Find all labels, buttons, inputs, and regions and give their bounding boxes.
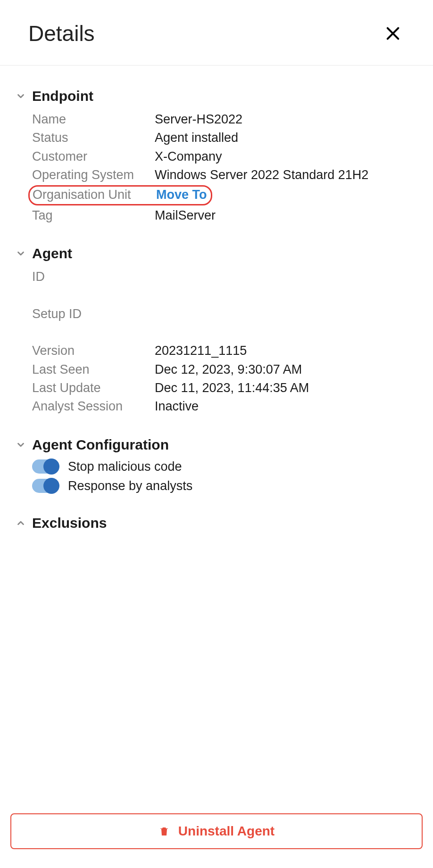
chevron-up-icon bbox=[15, 518, 26, 528]
row-agent-analyst-session: Analyst Session Inactive bbox=[32, 398, 405, 415]
toggle-row-response-analysts: Response by analysts bbox=[32, 479, 405, 493]
chevron-down-icon bbox=[15, 248, 26, 259]
row-endpoint-status: Status Agent installed bbox=[32, 129, 405, 146]
chevron-down-icon bbox=[15, 91, 26, 101]
trash-icon bbox=[158, 825, 170, 837]
panel-title: Details bbox=[28, 21, 95, 46]
section-header-agent[interactable]: Agent bbox=[15, 246, 405, 262]
row-endpoint-org-unit-highlighted: Organisation Unit Move To bbox=[28, 185, 212, 205]
row-agent-version: Version 20231211_1115 bbox=[32, 342, 405, 359]
value-endpoint-customer: X-Company bbox=[155, 148, 405, 165]
section-title-agent: Agent bbox=[32, 246, 72, 262]
section-title-exclusions: Exclusions bbox=[32, 515, 107, 531]
value-agent-version: 20231211_1115 bbox=[155, 342, 405, 359]
section-agent-config: Agent Configuration Stop malicious code … bbox=[15, 437, 405, 493]
label-endpoint-customer: Customer bbox=[32, 148, 155, 165]
section-title-endpoint: Endpoint bbox=[32, 88, 93, 104]
row-spacer bbox=[32, 324, 405, 341]
close-icon bbox=[385, 25, 401, 41]
panel-footer: Uninstall Agent bbox=[0, 807, 433, 868]
row-endpoint-name: Name Server-HS2022 bbox=[32, 111, 405, 128]
chevron-down-icon bbox=[15, 440, 26, 450]
label-agent-version: Version bbox=[32, 342, 155, 359]
agent-config-toggles: Stop malicious code Response by analysts bbox=[15, 459, 405, 493]
label-agent-id: ID bbox=[32, 268, 155, 285]
section-header-exclusions[interactable]: Exclusions bbox=[15, 515, 405, 531]
toggle-stop-malicious[interactable] bbox=[32, 459, 58, 474]
value-agent-last-update: Dec 11, 2023, 11:44:35 AM bbox=[155, 379, 405, 396]
row-endpoint-customer: Customer X-Company bbox=[32, 148, 405, 165]
section-title-agent-config: Agent Configuration bbox=[32, 437, 169, 453]
value-endpoint-os: Windows Server 2022 Standard 21H2 bbox=[155, 166, 405, 183]
value-endpoint-name: Server-HS2022 bbox=[155, 111, 405, 128]
row-endpoint-tag: Tag MailServer bbox=[32, 207, 405, 224]
value-agent-last-seen: Dec 12, 2023, 9:30:07 AM bbox=[155, 361, 405, 378]
row-spacer bbox=[32, 287, 405, 304]
uninstall-agent-label: Uninstall Agent bbox=[178, 824, 275, 839]
row-agent-setup-id: Setup ID bbox=[32, 305, 405, 322]
row-agent-last-seen: Last Seen Dec 12, 2023, 9:30:07 AM bbox=[32, 361, 405, 378]
section-header-agent-config[interactable]: Agent Configuration bbox=[15, 437, 405, 453]
endpoint-rows: Name Server-HS2022 Status Agent installe… bbox=[15, 111, 405, 224]
panel-header: Details bbox=[0, 0, 433, 66]
label-endpoint-org-unit: Organisation Unit bbox=[33, 188, 156, 202]
row-agent-last-update: Last Update Dec 11, 2023, 11:44:35 AM bbox=[32, 379, 405, 396]
value-endpoint-tag: MailServer bbox=[155, 207, 405, 224]
label-endpoint-os: Operating System bbox=[32, 166, 155, 183]
panel-content: Endpoint Name Server-HS2022 Status Agent… bbox=[0, 66, 433, 807]
row-agent-id: ID bbox=[32, 268, 405, 285]
label-agent-analyst-session: Analyst Session bbox=[32, 398, 155, 415]
close-button[interactable] bbox=[381, 22, 405, 45]
label-endpoint-name: Name bbox=[32, 111, 155, 128]
label-endpoint-tag: Tag bbox=[32, 207, 155, 224]
value-agent-id bbox=[155, 268, 405, 285]
label-agent-last-update: Last Update bbox=[32, 379, 155, 396]
section-exclusions: Exclusions bbox=[15, 515, 405, 531]
details-panel: Details Endpoint Name Server-HS2022 bbox=[0, 0, 433, 868]
agent-rows: ID Setup ID Version 20231211_1115 Last S… bbox=[15, 268, 405, 415]
label-stop-malicious: Stop malicious code bbox=[68, 459, 182, 474]
uninstall-agent-button[interactable]: Uninstall Agent bbox=[10, 813, 423, 849]
value-endpoint-status: Agent installed bbox=[155, 129, 405, 146]
toggle-response-analysts[interactable] bbox=[32, 479, 58, 493]
toggle-row-stop-malicious: Stop malicious code bbox=[32, 459, 405, 474]
section-endpoint: Endpoint Name Server-HS2022 Status Agent… bbox=[15, 88, 405, 224]
link-move-to[interactable]: Move To bbox=[156, 188, 207, 202]
label-endpoint-status: Status bbox=[32, 129, 155, 146]
value-agent-setup-id bbox=[155, 305, 405, 322]
section-agent: Agent ID Setup ID Version 20231211_1115 bbox=[15, 246, 405, 415]
section-header-endpoint[interactable]: Endpoint bbox=[15, 88, 405, 104]
label-agent-last-seen: Last Seen bbox=[32, 361, 155, 378]
value-agent-analyst-session: Inactive bbox=[155, 398, 405, 415]
row-endpoint-os: Operating System Windows Server 2022 Sta… bbox=[32, 166, 405, 183]
label-agent-setup-id: Setup ID bbox=[32, 305, 155, 322]
label-response-analysts: Response by analysts bbox=[68, 479, 192, 493]
